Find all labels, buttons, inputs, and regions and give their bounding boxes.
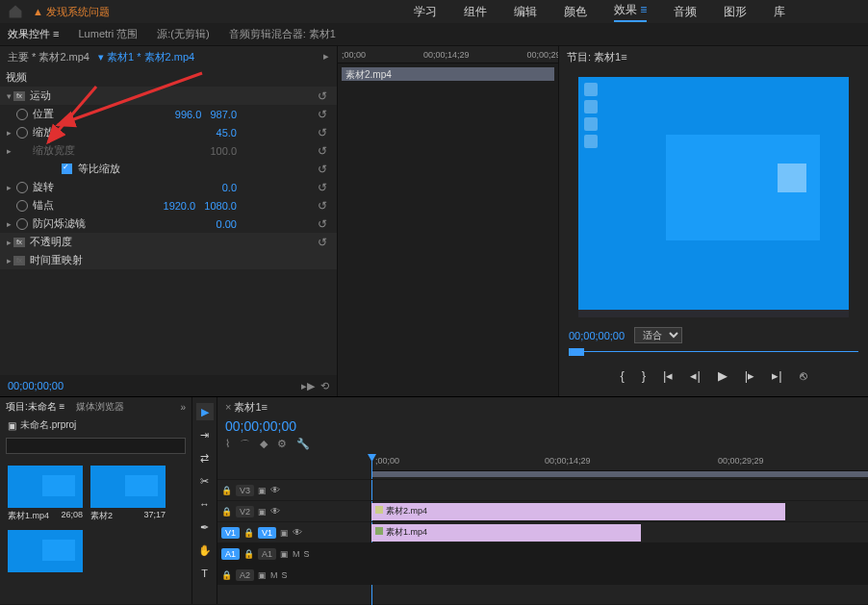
reset-icon[interactable]: ↺ — [318, 126, 331, 139]
tab-effect-controls[interactable]: 效果控件 ≡ — [8, 27, 59, 41]
rotation-value[interactable]: 0.0 — [222, 182, 237, 193]
step-back-icon[interactable]: ◂| — [690, 368, 700, 383]
loop-icon[interactable]: ⟲ — [320, 380, 329, 392]
mark-out-icon[interactable]: } — [642, 368, 646, 383]
home-icon[interactable] — [8, 4, 23, 19]
chevron-down-icon[interactable]: ▾ — [4, 91, 13, 101]
razor-tool[interactable]: ✂ — [196, 472, 214, 490]
menu-learn[interactable]: 学习 — [414, 4, 437, 20]
src-a1[interactable]: A1 — [221, 548, 240, 560]
menu-graphics[interactable]: 图形 — [724, 4, 747, 20]
menu-color[interactable]: 颜色 — [564, 4, 587, 20]
reset-icon[interactable]: ↺ — [318, 199, 331, 213]
eye-icon[interactable]: 👁 — [270, 506, 280, 517]
menu-library[interactable]: 库 — [774, 4, 785, 20]
stopwatch-flicker[interactable] — [16, 218, 28, 230]
timeline-clip-v1[interactable]: 素材1.mp4 — [371, 524, 641, 542]
chevron-right-icon[interactable]: ▸ — [4, 238, 13, 247]
timeline-clip-v2[interactable]: 素材2.mp4 — [371, 503, 785, 520]
chevron-right-icon[interactable]: ▸ — [4, 256, 13, 265]
time-remap-effect[interactable]: 时间重映射 — [30, 253, 83, 267]
program-timecode[interactable]: 00;00;00;00 — [569, 330, 625, 341]
type-tool[interactable]: T — [196, 565, 214, 582]
uniform-scale-checkbox[interactable] — [62, 164, 72, 174]
scale-width-label: 缩放宽度 — [33, 143, 75, 158]
selection-tool[interactable]: ▶ — [196, 403, 214, 420]
sequence-name[interactable]: 素材1 — [234, 400, 261, 415]
anchor-label: 锚点 — [33, 198, 54, 213]
track-v1[interactable]: V1 — [258, 527, 276, 539]
reset-icon[interactable]: ↺ — [318, 108, 331, 121]
ripple-tool[interactable]: ⇄ — [196, 449, 214, 466]
timeline-ruler[interactable]: ;00;00 00;00;14;29 00;00;29;29 — [371, 454, 868, 471]
chevron-right-icon[interactable]: ▸ — [4, 128, 13, 138]
fx-badge[interactable]: fx — [13, 256, 25, 265]
wrench-icon[interactable]: 🔧 — [296, 438, 310, 452]
snap-icon[interactable]: ⌇ — [225, 438, 230, 452]
mark-in-icon[interactable]: { — [620, 368, 624, 383]
lock-icon[interactable]: 🔒 — [243, 528, 254, 538]
track-v3[interactable]: V3 — [236, 485, 254, 496]
scale-value[interactable]: 45.0 — [217, 127, 237, 139]
track-a2[interactable]: A2 — [236, 569, 254, 581]
lock-icon[interactable]: 🔒 — [221, 486, 232, 495]
marker-icon[interactable]: ◆ — [260, 438, 268, 452]
fx-badge[interactable]: fx — [13, 91, 25, 101]
source-clip[interactable]: 素材2.mp4 — [342, 67, 554, 81]
project-search[interactable] — [6, 438, 186, 454]
go-out-icon[interactable]: ▸| — [772, 368, 781, 383]
tab-project[interactable]: 项目:未命名 ≡ — [6, 400, 64, 414]
project-panel: 项目:未命名 ≡ 媒体浏览器 » ▣未命名.prproj 素材1.mp426;0… — [0, 397, 192, 604]
eye-icon[interactable]: 👁 — [293, 527, 302, 538]
lock-icon[interactable]: 🔒 — [221, 507, 232, 517]
flicker-value[interactable]: 0.00 — [217, 218, 237, 230]
track-select-tool[interactable]: ⇥ — [196, 426, 214, 443]
project-clip[interactable]: 素材1.mp426;08 — [8, 466, 83, 522]
reset-icon[interactable]: ↺ — [318, 163, 331, 176]
track-a1[interactable]: A1 — [258, 548, 276, 560]
fx-badge[interactable]: fx — [13, 238, 25, 247]
settings-icon[interactable]: ⚙ — [277, 438, 287, 452]
track-v2[interactable]: V2 — [236, 506, 254, 517]
sequence-clip-label[interactable]: ▾ 素材1 * 素材2.mp4 — [95, 50, 194, 64]
link-icon[interactable]: ⌒ — [240, 438, 250, 452]
slip-tool[interactable]: ↔ — [196, 495, 214, 513]
reset-icon[interactable]: ↺ — [318, 181, 331, 194]
reset-icon[interactable]: ↺ — [318, 236, 331, 249]
motion-effect[interactable]: 运动 — [30, 88, 51, 103]
reset-icon[interactable]: ↺ — [318, 217, 331, 231]
tab-lumetri[interactable]: Lumetri 范围 — [78, 27, 138, 41]
stopwatch-scale[interactable] — [16, 127, 28, 139]
project-clip[interactable] — [8, 530, 83, 572]
hand-tool[interactable]: ✋ — [196, 542, 214, 559]
play-icon[interactable]: ▶ — [718, 368, 728, 383]
stopwatch-position[interactable] — [16, 109, 28, 120]
opacity-effect[interactable]: 不透明度 — [30, 235, 72, 249]
menu-audio[interactable]: 音频 — [674, 4, 697, 20]
stopwatch-anchor[interactable] — [16, 200, 28, 212]
zoom-select[interactable]: 适合 — [634, 327, 682, 343]
menu-effects[interactable]: 效果 ≡ — [614, 2, 647, 22]
export-frame-icon[interactable]: ⎋ — [800, 368, 807, 383]
step-fwd-icon[interactable]: |▸ — [745, 368, 754, 383]
program-scrubber[interactable] — [569, 351, 858, 359]
reset-icon[interactable]: ↺ — [318, 144, 331, 158]
ec-timecode[interactable]: 00;00;00;00 — [8, 380, 64, 391]
stopwatch-rotation[interactable] — [16, 182, 28, 193]
menu-edit[interactable]: 编辑 — [514, 4, 537, 20]
program-view[interactable] — [578, 77, 849, 317]
src-v1[interactable]: V1 — [221, 527, 240, 539]
reset-icon[interactable]: ↺ — [318, 89, 331, 103]
menu-assembly[interactable]: 组件 — [464, 4, 487, 20]
timeline-timecode[interactable]: 00;00;00;00 — [217, 416, 868, 436]
go-in-icon[interactable]: |◂ — [663, 368, 673, 383]
tab-source[interactable]: 源:(无剪辑) — [157, 27, 209, 41]
anchor-value[interactable]: 1920.0 1080.0 — [164, 200, 237, 212]
project-clip[interactable]: 素材237;17 — [90, 466, 166, 522]
tab-media-browser[interactable]: 媒体浏览器 — [76, 400, 124, 414]
pen-tool[interactable]: ✒ — [196, 518, 214, 536]
tab-audio-mixer[interactable]: 音频剪辑混合器: 素材1 — [229, 27, 336, 41]
eye-icon[interactable]: 👁 — [270, 485, 280, 495]
toggle-icon[interactable]: ▸▶ — [301, 380, 315, 392]
position-value[interactable]: 996.0 987.0 — [175, 109, 237, 120]
